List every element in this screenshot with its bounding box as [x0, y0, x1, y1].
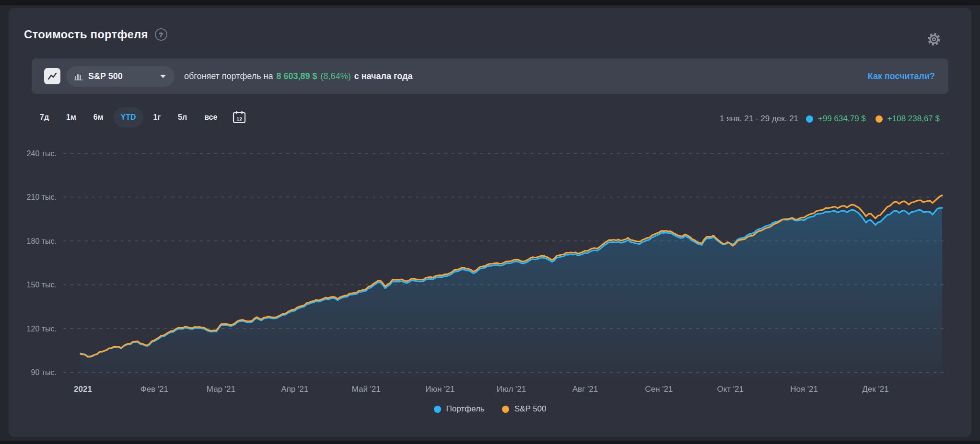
sp500-dot — [875, 115, 883, 123]
page-title: Стоимость портфеля — [24, 28, 148, 41]
x-axis-tick-label: Апр '21 — [281, 385, 308, 394]
portfolio-dot — [806, 115, 813, 123]
y-axis-tick-label: 210 тыс. — [27, 193, 57, 201]
y-axis-tick-label: 240 тыс. — [27, 149, 57, 158]
portfolio-value-card: 240 тыс.210 тыс.180 тыс.150 тыс.120 тыс.… — [9, 8, 971, 437]
bar-chart-icon — [74, 72, 83, 80]
legend-dot — [502, 406, 509, 413]
range-button-1г[interactable]: 1г — [146, 107, 168, 127]
y-axis-tick-label: 150 тыс. — [27, 281, 57, 289]
chevron-down-icon — [160, 75, 166, 78]
y-axis-tick-label: 120 тыс. — [27, 325, 57, 333]
x-axis-tick-label: Ноя '21 — [790, 385, 818, 394]
legend-label: S&P 500 — [514, 404, 547, 414]
svg-text:12: 12 — [237, 116, 243, 122]
summary-prefix: обгоняет портфель на — [184, 71, 273, 81]
how-calculated-link[interactable]: Как посчитали? — [868, 71, 935, 81]
date-range-label: 1 янв. 21 - 29 дек. 21 — [720, 114, 798, 124]
benchmark-select[interactable]: S&P 500 — [66, 66, 175, 87]
legend-dot — [434, 406, 441, 413]
range-button-7д[interactable]: 7д — [33, 107, 56, 127]
settings-gear-icon[interactable] — [926, 32, 942, 49]
page-top-edge — [0, 0, 980, 5]
range-button-6м[interactable]: 6м — [86, 107, 111, 127]
x-axis-tick-label: Мар '21 — [207, 385, 235, 394]
benchmark-select-value: S&P 500 — [88, 71, 123, 81]
x-axis-tick-label: Май '21 — [352, 385, 381, 394]
page-bottom-edge — [0, 441, 980, 444]
x-axis-tick-label: Дек '21 — [862, 385, 888, 394]
card-header: Стоимость портфеля ? — [24, 28, 167, 41]
y-axis-tick-label: 90 тыс. — [31, 368, 57, 376]
benchmark-compare-icon — [44, 68, 60, 84]
x-axis-tick-label: 2021 — [74, 385, 92, 394]
range-button-5л[interactable]: 5л — [171, 107, 194, 127]
x-axis-tick-label: Июн '21 — [425, 385, 455, 394]
period-info: 1 янв. 21 - 29 дек. 21 +99 634,79 $ +108… — [720, 114, 940, 124]
y-axis-tick-label: 180 тыс. — [27, 237, 57, 245]
summary-amount: 8 603,89 $ — [277, 71, 317, 81]
legend-item-portfolio[interactable]: Портфель — [434, 404, 485, 414]
x-axis-tick-label: Фев '21 — [140, 385, 168, 394]
chart-legend: ПортфельS&P 500 — [9, 404, 971, 414]
help-icon[interactable]: ? — [155, 28, 167, 41]
legend-item-sp500[interactable]: S&P 500 — [502, 404, 547, 414]
range-button-1м[interactable]: 1м — [59, 107, 83, 127]
portfolio-gain: +99 634,79 $ — [818, 114, 866, 124]
portfolio-area-fill — [81, 208, 942, 377]
sp500-gain: +108 238,67 $ — [887, 114, 940, 124]
x-axis-tick-label: Авг '21 — [572, 385, 598, 394]
x-axis-tick-label: Окт '21 — [717, 385, 744, 394]
summary-percent: (8,64%) — [321, 71, 351, 81]
x-axis-tick-label: Сен '21 — [645, 385, 673, 394]
x-axis-tick-label: Июл '21 — [497, 385, 526, 394]
range-buttons: 7д1м6мYTD1г5лвсе 12 — [33, 107, 246, 127]
summary-suffix: с начала года — [354, 71, 413, 81]
range-button-ytd[interactable]: YTD — [114, 107, 143, 127]
range-button-все[interactable]: все — [197, 107, 224, 127]
calendar-range-button[interactable]: 12 — [232, 111, 246, 124]
legend-label: Портфель — [446, 404, 485, 414]
benchmark-banner: S&P 500 обгоняет портфель на 8 603,89 $ … — [32, 58, 948, 94]
benchmark-summary: обгоняет портфель на 8 603,89 $ (8,64%) … — [184, 71, 412, 81]
